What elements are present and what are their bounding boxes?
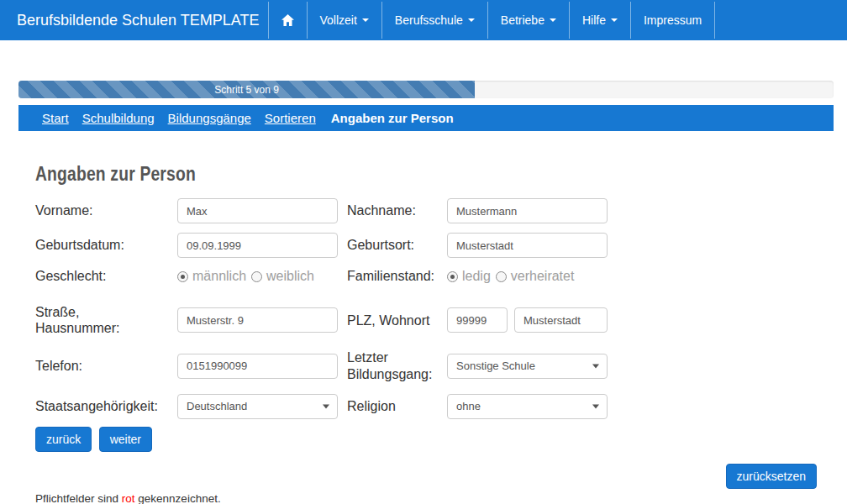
nav-item-label: Hilfe [582,13,606,27]
required-fields-note: Pflichtfelder sind rot gekennzeichnet. [35,492,817,504]
form-row-adresse: Straße, Hausnummer: PLZ, Wohnort [35,304,817,336]
maennlich-label: männlich [192,269,246,284]
strasse-label: Straße, Hausnummer: [35,304,177,336]
religion-select[interactable]: ohne [447,394,608,419]
nav-item-impressum[interactable]: Impressum [630,2,715,39]
wohnort-input[interactable] [514,307,608,333]
nav-item-label: Vollzeit [320,13,357,27]
strasse-input[interactable] [177,307,338,333]
nav-item-label: Impressum [644,13,702,27]
weiter-button[interactable]: weiter [99,427,152,452]
letzter-bildungsgang-label-line2: Bildungsgang: [347,367,432,381]
nav-buttons-row: zurück weiter [35,427,817,452]
caret-down-icon [468,18,475,22]
nav-item-label: Betriebe [501,13,544,27]
letzter-bildungsgang-label-line1: Letzter [347,350,388,365]
nav-item-berufsschule[interactable]: Berufsschule [381,2,487,39]
form-row-telefon-bildungsgang: Telefon: Letzter Bildungsgang: Sonstige … [35,349,817,381]
strasse-label-line2: Hausnummer: [35,321,119,335]
reset-row: zurücksetzen [35,464,817,489]
navbar-items: Vollzeit Berufsschule Betriebe Hilfe Imp… [268,0,716,40]
zurueck-button[interactable]: zurück [35,427,92,452]
breadcrumb-link-bildungsgaenge[interactable]: Bildungsgänge [168,111,251,125]
nav-item-label: Berufsschule [395,13,463,27]
geschlecht-radio-group: männlich weiblich [177,269,338,284]
plz-wohnort-inputs [447,307,608,333]
page-title: Angaben zur Person [35,163,196,186]
geburtsdatum-label: Geburtsdatum: [35,237,177,253]
note-highlight: rot [122,492,135,504]
vorname-input[interactable] [177,198,338,223]
radio-verheiratet[interactable] [496,271,507,282]
nachname-input[interactable] [447,198,608,223]
form-row-name: Vorname: Nachname: [35,198,817,223]
form-row-geburt: Geburtsdatum: Geburtsort: [35,233,817,258]
plz-input[interactable] [447,307,508,333]
zuruecksetzen-button[interactable]: zurücksetzen [726,464,817,489]
telefon-input[interactable] [177,354,338,379]
breadcrumb-current: Angaben zur Person [331,111,454,125]
geschlecht-label: Geschlecht: [35,268,177,284]
plz-wohnort-label: PLZ, Wohnort [338,312,447,328]
nav-item-vollzeit[interactable]: Vollzeit [307,2,381,39]
nachname-label: Nachname: [338,202,447,218]
caret-down-icon [550,18,556,22]
note-suffix: gekennzeichnet. [135,492,221,504]
caret-down-icon [611,18,618,22]
staatsangehoerigkeit-select[interactable]: Deutschland [177,394,338,419]
verheiratet-label: verheiratet [511,269,575,284]
form-row-staat-religion: Staatsangehörigkeit: Deutschland Religio… [35,394,817,419]
breadcrumb-link-schulbildung[interactable]: Schulbildung [82,111,155,125]
vorname-label: Vorname: [35,202,177,218]
ledig-label: ledig [462,269,491,284]
radio-weiblich[interactable] [251,271,262,282]
nav-item-betriebe[interactable]: Betriebe [487,2,569,39]
breadcrumb: Start Schulbildung Bildungsgänge Sortier… [18,105,834,131]
familienstand-label: Familienstand: [338,268,447,284]
radio-maennlich[interactable] [177,271,188,282]
geburtsdatum-input[interactable] [177,233,338,258]
geburtsort-label: Geburtsort: [338,237,447,253]
nav-item-home[interactable] [268,2,307,39]
progress-bar: Schritt 5 von 9 [18,81,834,98]
letzter-bildungsgang-label: Letzter Bildungsgang: [338,349,447,381]
telefon-label: Telefon: [35,358,177,374]
progress-fill: Schritt 5 von 9 [18,81,475,98]
breadcrumb-link-start[interactable]: Start [42,111,69,125]
top-navbar: Berufsbildende Schulen TEMPLATE Vollzeit… [0,0,847,40]
staatsangehoerigkeit-label: Staatsangehörigkeit: [35,398,177,414]
strasse-label-line1: Straße, [35,305,79,319]
caret-down-icon [362,18,369,22]
breadcrumb-link-sortieren[interactable]: Sortieren [265,111,316,125]
form-row-geschlecht-familienstand: Geschlecht: männlich weiblich Familienst… [35,267,817,286]
weiblich-label: weiblich [266,269,314,284]
progress-label: Schritt 5 von 9 [214,84,279,96]
geburtsort-input[interactable] [447,233,608,258]
religion-label: Religion [338,398,447,414]
radio-ledig[interactable] [447,271,458,282]
nav-item-hilfe[interactable]: Hilfe [569,2,630,39]
home-icon [281,14,294,26]
note-prefix: Pflichtfelder sind [35,492,122,504]
familienstand-radio-group: ledig verheiratet [447,269,608,284]
person-form: Vorname: Nachname: Geburtsdatum: Geburts… [35,198,817,419]
navbar-brand[interactable]: Berufsbildende Schulen TEMPLATE [0,0,268,40]
letzter-bildungsgang-select[interactable]: Sonstige Schule [447,354,608,379]
